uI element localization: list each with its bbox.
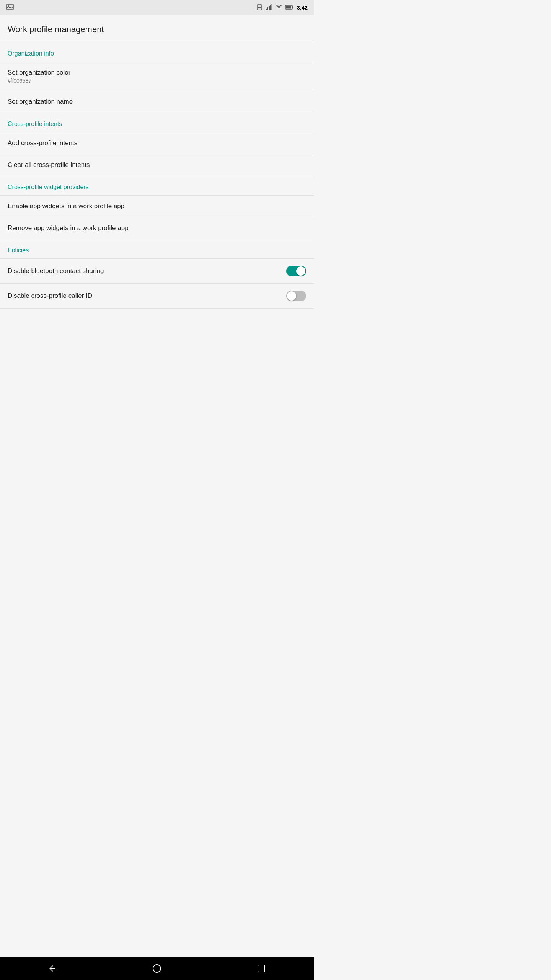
list-item-remove-app-widgets[interactable]: Remove app widgets in a work profile app (0, 217, 314, 239)
wifi-icon (276, 5, 282, 11)
section-header-text-organization-info: Organization info (8, 50, 54, 57)
toggle-knob-disable-cross-profile-caller-id (287, 291, 296, 301)
list-item-set-org-color[interactable]: Set organization color #ff009587 (0, 62, 314, 91)
sim-icon (256, 4, 262, 11)
list-item-content-add-cross-profile-intents: Add cross-profile intents (8, 139, 77, 147)
page-title-bar: Work profile management (0, 15, 314, 42)
section-header-text-cross-profile-widget-providers: Cross-profile widget providers (8, 184, 89, 190)
list-item-title-disable-cross-profile-caller-id: Disable cross-profile caller ID (8, 292, 92, 300)
toggle-disable-bluetooth-contact-sharing[interactable] (286, 266, 306, 276)
list-item-content-disable-cross-profile-caller-id: Disable cross-profile caller ID (8, 292, 92, 300)
image-icon (6, 4, 14, 11)
list-item-title-clear-all-cross-profile-intents: Clear all cross-profile intents (8, 161, 90, 169)
list-item-content-disable-bluetooth-contact-sharing: Disable bluetooth contact sharing (8, 267, 104, 275)
toggle-knob-disable-bluetooth-contact-sharing (296, 266, 305, 276)
page-title: Work profile management (8, 24, 306, 34)
svg-rect-10 (286, 6, 291, 9)
battery-icon (285, 5, 294, 11)
status-bar-right: 3:42 (256, 4, 308, 11)
list-item-content-set-org-name: Set organization name (8, 98, 73, 106)
list-item-clear-all-cross-profile-intents[interactable]: Clear all cross-profile intents (0, 154, 314, 176)
svg-rect-0 (7, 4, 13, 10)
section-header-organization-info: Organization info (0, 42, 314, 62)
main-container: Organization info Set organization color… (0, 42, 314, 339)
section-header-cross-profile-intents: Cross-profile intents (0, 113, 314, 132)
svg-rect-8 (272, 4, 272, 10)
section-header-text-policies: Policies (8, 247, 29, 253)
status-bar-left (6, 4, 14, 11)
list-item-title-set-org-color: Set organization color (8, 69, 70, 77)
list-item-title-enable-app-widgets: Enable app widgets in a work profile app (8, 203, 124, 210)
section-header-cross-profile-widget-providers: Cross-profile widget providers (0, 176, 314, 196)
svg-rect-7 (270, 5, 271, 10)
list-item-content-remove-app-widgets: Remove app widgets in a work profile app (8, 224, 129, 232)
list-item-disable-cross-profile-caller-id[interactable]: Disable cross-profile caller ID (0, 284, 314, 309)
list-item-set-org-name[interactable]: Set organization name (0, 91, 314, 113)
svg-rect-4 (266, 9, 267, 10)
list-item-subtitle-set-org-color: #ff009587 (8, 78, 70, 84)
svg-rect-5 (267, 7, 268, 10)
list-item-content-enable-app-widgets: Enable app widgets in a work profile app (8, 203, 124, 210)
list-item-title-set-org-name: Set organization name (8, 98, 73, 106)
list-item-disable-bluetooth-contact-sharing[interactable]: Disable bluetooth contact sharing (0, 259, 314, 284)
signal-icon (266, 4, 272, 11)
list-item-add-cross-profile-intents[interactable]: Add cross-profile intents (0, 132, 314, 154)
list-item-title-add-cross-profile-intents: Add cross-profile intents (8, 139, 77, 147)
toggle-disable-cross-profile-caller-id[interactable] (286, 291, 306, 301)
section-header-text-cross-profile-intents: Cross-profile intents (8, 121, 62, 127)
list-item-title-remove-app-widgets: Remove app widgets in a work profile app (8, 224, 129, 232)
section-header-policies: Policies (0, 239, 314, 259)
list-item-content-clear-all-cross-profile-intents: Clear all cross-profile intents (8, 161, 90, 169)
svg-rect-3 (258, 7, 261, 8)
svg-rect-6 (269, 6, 270, 10)
status-time: 3:42 (297, 5, 308, 11)
list-item-title-disable-bluetooth-contact-sharing: Disable bluetooth contact sharing (8, 267, 104, 275)
status-bar: 3:42 (0, 0, 314, 15)
list-item-enable-app-widgets[interactable]: Enable app widgets in a work profile app (0, 196, 314, 217)
list-item-content-set-org-color: Set organization color #ff009587 (8, 69, 70, 84)
